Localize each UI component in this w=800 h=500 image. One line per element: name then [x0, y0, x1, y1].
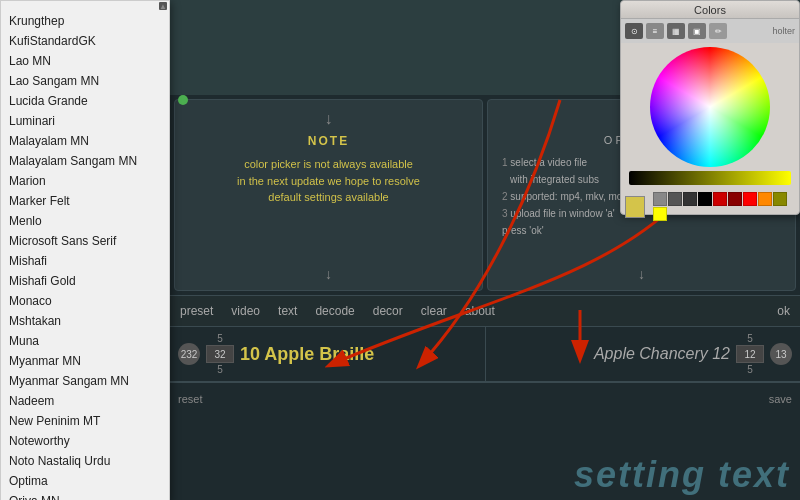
menu-about[interactable]: about [465, 304, 495, 318]
font-item-malayalam-sangam[interactable]: Malayalam Sangam MN [1, 151, 169, 171]
color-picker-panel[interactable]: Colors ⊙ ≡ ▦ ▣ ✏ holter [620, 0, 800, 215]
font-item-myanmar[interactable]: Myanmar MN [1, 351, 169, 371]
color-wheel[interactable] [650, 47, 770, 167]
font-left-num: 232 [178, 343, 200, 365]
color-picker-title: Colors [621, 1, 799, 19]
font-item-krungthep[interactable]: Krungthep [1, 11, 169, 31]
font-item-menlo[interactable]: Menlo [1, 211, 169, 231]
swatch-red[interactable] [713, 192, 727, 206]
cp-icon-sliders[interactable]: ≡ [646, 23, 664, 39]
toolbar-reset[interactable]: reset [178, 393, 202, 405]
color-swatches-row [649, 190, 795, 223]
menu-text[interactable]: text [278, 304, 297, 318]
font-item-mishafi-gold[interactable]: Mishafi Gold [1, 271, 169, 291]
menu-preset[interactable]: preset [180, 304, 213, 318]
green-dot-indicator [178, 95, 188, 105]
font-list[interactable]: ▲ Krungthep KufiStandardGK Lao MN Lao Sa… [1, 1, 169, 500]
option-panel-bottom-arrow: ↓ [638, 266, 645, 282]
font-item-noto[interactable]: Noto Nastaliq Urdu [1, 451, 169, 471]
font-item-noteworthy[interactable]: Noteworthy [1, 431, 169, 451]
swatch-gray[interactable] [653, 192, 667, 206]
menu-decor[interactable]: decor [373, 304, 403, 318]
font-item-malayalam[interactable]: Malayalam MN [1, 131, 169, 151]
font-item-mshtakan[interactable]: Mshtakan [1, 311, 169, 331]
cp-icon-pencil[interactable]: ✏ [709, 23, 727, 39]
cp-expand[interactable]: holter [772, 26, 795, 36]
font-left-size-top: 5 [217, 333, 223, 344]
font-item-luminari[interactable]: Luminari [1, 111, 169, 131]
toolbar-save[interactable]: save [769, 393, 792, 405]
cp-icon-wheel[interactable]: ⊙ [625, 23, 643, 39]
font-item-mishafi[interactable]: Mishafi [1, 251, 169, 271]
menu-clear[interactable]: clear [421, 304, 447, 318]
down-arrow-left: ↓ [185, 110, 472, 128]
swatch-orange[interactable] [758, 192, 772, 206]
font-item-nadeem[interactable]: Nadeem [1, 391, 169, 411]
font-item-lao-mn[interactable]: Lao MN [1, 51, 169, 71]
font-item-microsoft[interactable]: Microsoft Sans Serif [1, 231, 169, 251]
setting-text-watermark: setting text [574, 454, 790, 496]
font-item-oriya[interactable]: Oriya MN [1, 491, 169, 500]
font-left-size-bottom: 5 [217, 364, 223, 375]
brightness-slider[interactable] [629, 171, 791, 185]
font-item-lucida[interactable]: Lucida Grande [1, 91, 169, 111]
swatch-olive[interactable] [773, 192, 787, 206]
font-left-name: 10 Apple Braille [240, 344, 374, 365]
font-dropdown[interactable]: ▲ Krungthep KufiStandardGK Lao MN Lao Sa… [0, 0, 170, 500]
font-right-name: Apple Chancery 12 [594, 345, 730, 363]
font-item-myanmar-sangam[interactable]: Myanmar Sangam MN [1, 371, 169, 391]
color-picker-toolbar: ⊙ ≡ ▦ ▣ ✏ holter [621, 19, 799, 43]
font-item-optima[interactable]: Optima [1, 471, 169, 491]
current-color-swatch[interactable] [625, 196, 645, 218]
menu-ok[interactable]: ok [777, 304, 790, 318]
font-item-muna[interactable]: Muna [1, 331, 169, 351]
menu-video[interactable]: video [231, 304, 260, 318]
font-right-num: 13 [770, 343, 792, 365]
note-panel-text: color picker is not always availablein t… [185, 156, 472, 206]
font-item-lao-sangam[interactable]: Lao Sangam MN [1, 71, 169, 91]
note-panel-bottom-arrow: ↓ [325, 266, 332, 282]
font-right-size-bottom: 5 [747, 364, 753, 375]
cp-icon-image[interactable]: ▣ [688, 23, 706, 39]
swatch-black[interactable] [698, 192, 712, 206]
font-left-size-box[interactable]: 32 [206, 345, 234, 363]
font-item-marion[interactable]: Marion [1, 171, 169, 191]
swatch-darker[interactable] [683, 192, 697, 206]
menu-decode[interactable]: decode [315, 304, 354, 318]
font-item-marker[interactable]: Marker Felt [1, 191, 169, 211]
swatch-dark[interactable] [668, 192, 682, 206]
font-right-size-box[interactable]: 12 [736, 345, 764, 363]
bottom-toolbar: reset save [170, 382, 800, 414]
font-item-kufi[interactable]: KufiStandardGK [1, 31, 169, 51]
menu-bar: preset video text decode decor clear abo… [170, 295, 800, 327]
bottom-section: 232 5 32 5 10 Apple Braille Apple Chance… [170, 327, 800, 500]
swatch-yellow[interactable] [653, 207, 667, 221]
note-panel-title: NOTE [185, 134, 472, 148]
note-panel: ↓ NOTE color picker is not always availa… [174, 99, 483, 291]
font-item-monaco[interactable]: Monaco [1, 291, 169, 311]
swatch-dark-red[interactable] [728, 192, 742, 206]
font-right-size-top: 5 [747, 333, 753, 344]
swatch-bright-red[interactable] [743, 192, 757, 206]
cp-icon-palette[interactable]: ▦ [667, 23, 685, 39]
font-item-new-peninim[interactable]: New Peninim MT [1, 411, 169, 431]
